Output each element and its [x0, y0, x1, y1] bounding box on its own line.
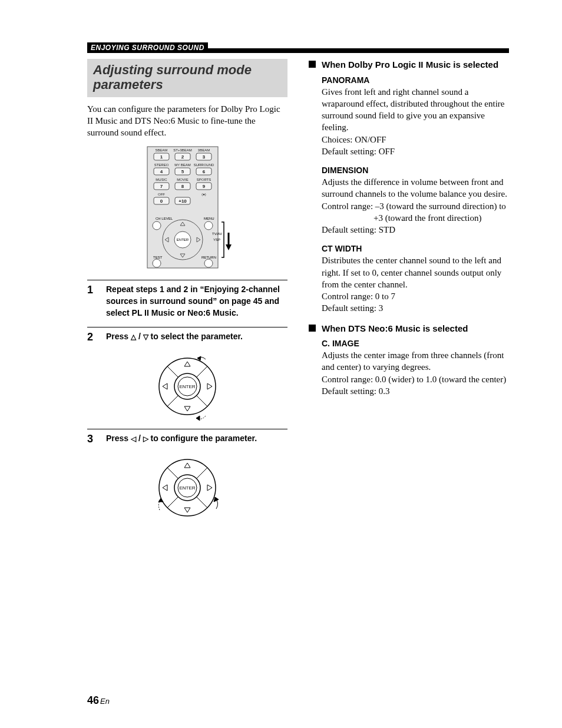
remote-key-number: 6: [203, 169, 206, 174]
dpad-figure-updown: ENTER: [149, 352, 226, 423]
remote-chlevel-label: CH LEVEL: [156, 217, 173, 220]
intro-paragraph: You can configure the parameters for Dol…: [87, 103, 287, 139]
param-panorama: PANORAMA Gives front left and right chan…: [322, 75, 509, 158]
remote-test-label: TEST: [153, 256, 163, 259]
remote-key-label: OFF: [158, 193, 165, 196]
section-header-rule: [208, 48, 509, 53]
step-2-pre: Press: [106, 332, 131, 341]
param-cimage: C. IMAGE Adjusts the center image from t…: [322, 339, 509, 397]
param-ctwidth-name: CT WIDTH: [322, 244, 509, 253]
param-ctwidth-default: Default setting: 3: [322, 302, 509, 314]
remote-menu-label: MENU: [204, 217, 214, 220]
remote-key-number: 9: [203, 184, 206, 189]
param-panorama-default: Default setting: OFF: [322, 145, 509, 157]
right-column: When Dolby Pro Logic II Music is selecte…: [309, 59, 509, 530]
step-1: 1 Repeat steps 1 and 2 in “Enjoying 2-ch…: [87, 284, 287, 319]
svg-point-7: [153, 221, 161, 230]
param-cimage-name: C. IMAGE: [322, 339, 509, 348]
param-dimension-range2: +3 (toward the front direction): [322, 212, 509, 224]
param-cimage-desc: Adjusts the center image from three chan…: [322, 349, 509, 373]
step-3-number: 3: [87, 433, 98, 446]
step-divider: [87, 327, 287, 327]
remote-key-number: 2: [181, 154, 184, 160]
remote-tvav-label: TV/AV: [212, 232, 222, 236]
remote-control-figure: 5BEAMST+3BEAM3BEAM123STEREOMY BEAMSURROU…: [134, 145, 240, 269]
triangle-right-icon: ▷: [143, 435, 148, 443]
triangle-down-icon: ▽: [143, 333, 148, 341]
remote-key-number: +10: [178, 198, 187, 204]
left-column: Adjusting surround mode parameters You c…: [87, 59, 287, 530]
svg-marker-34: [214, 497, 219, 502]
step-2-number: 2: [87, 331, 98, 344]
remote-key-number: 1: [160, 154, 163, 160]
param-ctwidth: CT WIDTH Distributes the center channel …: [322, 244, 509, 314]
step-2: 2 Press △ / ▽ to select the parameter.: [87, 331, 287, 344]
square-bullet-icon: [309, 61, 316, 68]
remote-key-number: 3: [203, 154, 206, 160]
dpad-figure-leftright: ENTER: [149, 454, 226, 524]
param-cimage-range: Control range: 0.0 (wider) to 1.0 (towar…: [322, 373, 509, 385]
remote-ysp-label: YSP: [213, 238, 220, 241]
step-divider: [87, 280, 287, 280]
triangle-up-icon: △: [131, 333, 136, 341]
param-panorama-name: PANORAMA: [322, 75, 509, 85]
remote-key-label: SURROUND: [194, 163, 214, 167]
param-dimension-default: Default setting: STD: [322, 224, 509, 236]
section-header: ENJOYING SURROUND SOUND: [87, 42, 509, 53]
remote-key-label: SPORTS: [197, 178, 211, 181]
remote-key-label: (●): [201, 193, 206, 196]
param-panorama-desc: Gives front left and right channel sound…: [322, 86, 509, 134]
remote-key-label: ST+3BEAM: [173, 148, 192, 152]
param-ctwidth-range: Control range: 0 to 7: [322, 290, 509, 302]
page-number-value: 46: [87, 694, 99, 706]
dpad-enter-label: ENTER: [179, 384, 195, 389]
topic-heading-line1: Adjusting surround mode: [93, 62, 252, 77]
remote-key-label: 5BEAM: [156, 148, 167, 152]
remote-key-number: 4: [160, 169, 163, 174]
triangle-left-icon: ◁: [131, 435, 136, 443]
remote-key-number: 0: [160, 198, 163, 204]
svg-point-9: [153, 259, 161, 267]
two-column-layout: Adjusting surround mode parameters You c…: [87, 59, 509, 530]
remote-return-label: RETURN: [201, 256, 216, 259]
step-3-pre: Press: [106, 434, 131, 443]
dts-section-heading: When DTS Neo:6 Music is selected: [309, 323, 509, 335]
svg-marker-12: [226, 244, 232, 250]
page-number-suffix: En: [100, 697, 110, 706]
param-dimension-name: DIMENSION: [322, 166, 509, 175]
param-cimage-default: Default setting: 0.3: [322, 385, 509, 397]
param-ctwidth-desc: Distributes the center channel sound to …: [322, 254, 509, 290]
step-1-text: Repeat steps 1 and 2 in “Enjoying 2-chan…: [106, 284, 287, 319]
topic-heading-box: Adjusting surround mode parameters: [87, 59, 287, 97]
step-3-post: to configure the parameter.: [148, 434, 257, 443]
remote-enter-label: ENTER: [177, 238, 189, 241]
remote-key-label: MOVIE: [177, 178, 188, 181]
dts-section-title: When DTS Neo:6 Music is selected: [322, 323, 468, 335]
step-2-text: Press △ / ▽ to select the parameter.: [106, 331, 287, 344]
dolby-section-heading: When Dolby Pro Logic II Music is selecte…: [309, 59, 509, 71]
remote-key-label: MY BEAM: [174, 163, 191, 167]
dpad-enter-label: ENTER: [179, 485, 195, 491]
step-2-post: to select the parameter.: [148, 332, 243, 341]
svg-marker-23: [196, 416, 200, 421]
step-3-text: Press ◁ / ▷ to configure the parameter.: [106, 433, 287, 446]
remote-key-label: 3BEAM: [198, 148, 210, 152]
remote-key-number: 5: [181, 169, 184, 174]
remote-key-number: 7: [160, 184, 163, 189]
svg-point-10: [204, 259, 213, 267]
remote-key-label: STEREO: [154, 163, 169, 167]
step-divider: [87, 429, 287, 429]
square-bullet-icon: [309, 325, 316, 332]
param-dimension-range1: Control range: –3 (toward the surround d…: [322, 200, 509, 212]
step-2-mid: /: [136, 332, 143, 341]
svg-point-8: [204, 221, 213, 230]
param-dimension: DIMENSION Adjusts the difference in volu…: [322, 166, 509, 236]
step-1-number: 1: [87, 284, 98, 319]
topic-heading-line2: parameters: [93, 77, 163, 92]
manual-page: ENJOYING SURROUND SOUND Adjusting surrou…: [0, 0, 562, 728]
remote-key-number: 8: [181, 184, 184, 189]
step-3: 3 Press ◁ / ▷ to configure the parameter…: [87, 433, 287, 446]
step-3-mid: /: [136, 434, 143, 443]
section-header-title: ENJOYING SURROUND SOUND: [87, 42, 208, 53]
page-number: 46En: [87, 694, 110, 707]
